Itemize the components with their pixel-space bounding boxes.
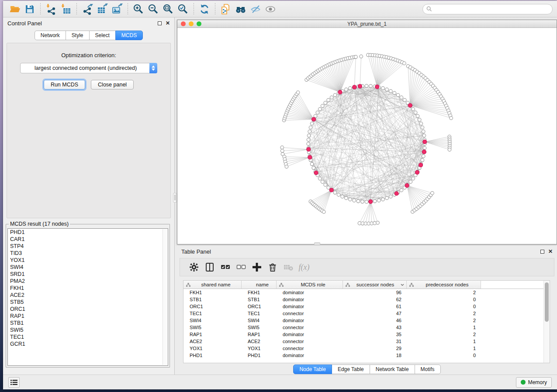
mcds-result-item[interactable]: SWI5 [8, 327, 168, 334]
table-cell[interactable]: STB1 [242, 297, 277, 302]
table-cell[interactable]: 2 [407, 318, 481, 323]
network-graph[interactable] [177, 28, 557, 244]
refresh-icon[interactable] [197, 3, 212, 16]
import-table-icon[interactable] [59, 3, 73, 16]
close-panel-button-mcds[interactable]: Close panel [91, 80, 134, 89]
export-table-icon[interactable] [95, 3, 110, 16]
column-header-MCDS-role[interactable]: MCDS role [277, 281, 343, 289]
table-cell[interactable]: TEC1 [183, 311, 242, 316]
table-cell[interactable]: connector [277, 346, 343, 351]
table-cell[interactable]: FKH1 [242, 290, 277, 295]
mcds-result-item[interactable]: STP4 [8, 243, 168, 250]
task-history-button[interactable] [8, 377, 20, 388]
tab-select[interactable]: Select [89, 31, 116, 40]
horizontal-splitter-handle[interactable] [314, 242, 320, 245]
export-image-icon[interactable] [110, 3, 125, 16]
table-cell[interactable]: 29 [343, 346, 407, 351]
table-cell[interactable]: 46 [343, 318, 407, 323]
mcds-result-item[interactable]: TID3 [8, 250, 168, 257]
table-cell[interactable]: PHD1 [183, 353, 242, 358]
table-cell[interactable]: 62 [343, 297, 407, 302]
mcds-result-item[interactable]: SWI4 [8, 264, 168, 271]
column-header-predecessor-nodes[interactable]: predecessor nodes [407, 281, 481, 289]
table-row[interactable]: STB1STB1dominator620 [183, 296, 550, 303]
table-cell[interactable]: SWI4 [183, 318, 242, 323]
show-all-icon[interactable] [263, 3, 278, 16]
deselect-all-icon[interactable] [234, 261, 248, 274]
vertical-splitter-handle[interactable] [173, 193, 177, 203]
table-tab-edge-table[interactable]: Edge Table [332, 364, 370, 374]
function-icon[interactable]: f(x) [297, 261, 311, 274]
table-row[interactable]: RAP1RAP1dominator352 [183, 331, 550, 338]
open-icon[interactable] [7, 3, 22, 16]
delete-table-icon[interactable] [281, 261, 295, 274]
export-network-icon[interactable] [80, 3, 95, 16]
close-panel-button[interactable]: ✕ [166, 21, 170, 25]
tab-mcds[interactable]: MCDS [115, 31, 143, 40]
table-cell[interactable]: STB1 [183, 297, 242, 302]
add-icon[interactable] [250, 261, 264, 274]
search-input[interactable] [434, 6, 549, 12]
table-scrollbar-thumb[interactable] [545, 282, 549, 322]
table-cell[interactable]: FKH1 [183, 290, 242, 295]
float-panel-button[interactable] [158, 21, 162, 25]
mcds-result-item[interactable]: STB5 [8, 299, 168, 306]
table-cell[interactable]: 1 [407, 339, 481, 344]
table-cell[interactable]: RAP1 [183, 332, 242, 337]
table-scrollbar[interactable] [543, 281, 550, 363]
table-cell[interactable]: ACE2 [183, 339, 242, 344]
table-cell[interactable]: SWI5 [183, 325, 242, 330]
table-cell[interactable]: 96 [343, 290, 407, 295]
table-cell[interactable]: 61 [343, 304, 407, 309]
mcds-result-item[interactable]: ORC1 [8, 306, 168, 313]
table-cell[interactable]: 35 [343, 332, 407, 337]
select-all-icon[interactable] [218, 261, 232, 274]
table-row[interactable]: FKH1FKH1dominator962 [183, 289, 550, 296]
mcds-result-item[interactable]: YOX1 [8, 257, 168, 264]
table-row[interactable]: YOX1YOX1connector291 [183, 345, 550, 352]
mcds-list-scrollbar[interactable] [163, 229, 167, 365]
mcds-result-item[interactable]: ACE2 [8, 292, 168, 299]
zoom-selected-icon[interactable] [176, 3, 190, 16]
table-cell[interactable]: TEC1 [242, 311, 277, 316]
criterion-dropdown[interactable]: largest connected component (undirected) [20, 63, 157, 73]
tab-style[interactable]: Style [66, 31, 90, 40]
table-cell[interactable]: ACE2 [242, 339, 277, 344]
mcds-result-item[interactable]: RAP1 [8, 313, 168, 320]
mcds-result-list[interactable]: PHD1CAR1STP4TID3YOX1SWI4SRD1PMA2FKH1ACE2… [7, 228, 168, 366]
table-row[interactable]: SWI4SWI4dominator462 [183, 317, 550, 324]
table-tab-network-table[interactable]: Network Table [370, 364, 415, 374]
network-canvas[interactable] [177, 28, 557, 244]
run-mcds-button[interactable]: Run MCDS [44, 80, 85, 89]
mcds-result-item[interactable]: FKH1 [8, 285, 168, 292]
zoom-in-icon[interactable] [131, 3, 146, 16]
table-cell[interactable]: SWI4 [242, 318, 277, 323]
table-cell[interactable]: 2 [407, 290, 481, 295]
node-table[interactable]: shared namenameMCDS rolesuccessor nodesp… [183, 280, 550, 363]
table-cell[interactable]: dominator [277, 353, 343, 358]
table-cell[interactable]: 1 [407, 325, 481, 330]
table-row[interactable]: PHD1PHD1dominator180 [183, 352, 550, 359]
table-cell[interactable]: connector [277, 311, 343, 316]
table-cell[interactable]: dominator [277, 304, 343, 309]
network-window-titlebar[interactable]: YPA_prune.txt_1 [177, 20, 557, 28]
table-row[interactable]: TEC1TEC1connector472 [183, 310, 550, 317]
table-cell[interactable]: dominator [277, 318, 343, 323]
mcds-result-item[interactable]: SRD1 [8, 271, 168, 278]
table-cell[interactable]: 0 [407, 304, 481, 309]
gear-icon[interactable] [187, 261, 201, 274]
columns-icon[interactable] [203, 261, 217, 274]
table-cell[interactable]: 47 [343, 311, 407, 316]
table-row[interactable]: ACE2ACE2connector311 [183, 338, 550, 345]
table-cell[interactable]: RAP1 [242, 332, 277, 337]
table-cell[interactable]: 18 [343, 353, 407, 358]
table-cell[interactable]: dominator [277, 332, 343, 337]
save-icon[interactable] [22, 3, 37, 16]
table-cell[interactable]: SWI5 [242, 325, 277, 330]
close-table-panel-button[interactable]: ✕ [548, 249, 553, 254]
table-cell[interactable]: ORC1 [242, 304, 277, 309]
table-cell[interactable]: YOX1 [242, 346, 277, 351]
table-cell[interactable]: YOX1 [183, 346, 242, 351]
mcds-result-item[interactable]: STB1 [8, 320, 168, 327]
import-network-icon[interactable] [44, 3, 59, 16]
